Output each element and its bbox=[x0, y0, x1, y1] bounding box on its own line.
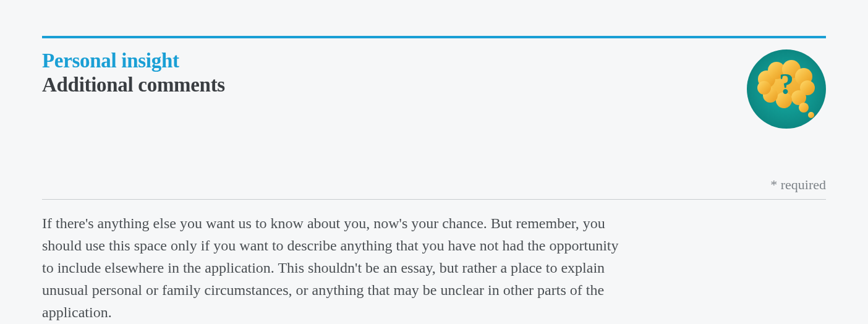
section-top-border bbox=[42, 36, 826, 38]
svg-text:?: ? bbox=[779, 67, 794, 100]
question-bubble-icon: ? bbox=[747, 49, 826, 129]
section-body: If there's anything else you want us to … bbox=[42, 212, 629, 323]
svg-point-11 bbox=[799, 103, 809, 113]
section-divider bbox=[42, 199, 826, 200]
required-note: * required bbox=[42, 177, 826, 193]
section-eyebrow: Personal insight bbox=[42, 49, 747, 72]
section-header: Personal insight Additional comments bbox=[42, 49, 826, 129]
section-title: Additional comments bbox=[42, 74, 747, 96]
svg-point-12 bbox=[808, 112, 814, 118]
svg-point-10 bbox=[757, 81, 771, 95]
